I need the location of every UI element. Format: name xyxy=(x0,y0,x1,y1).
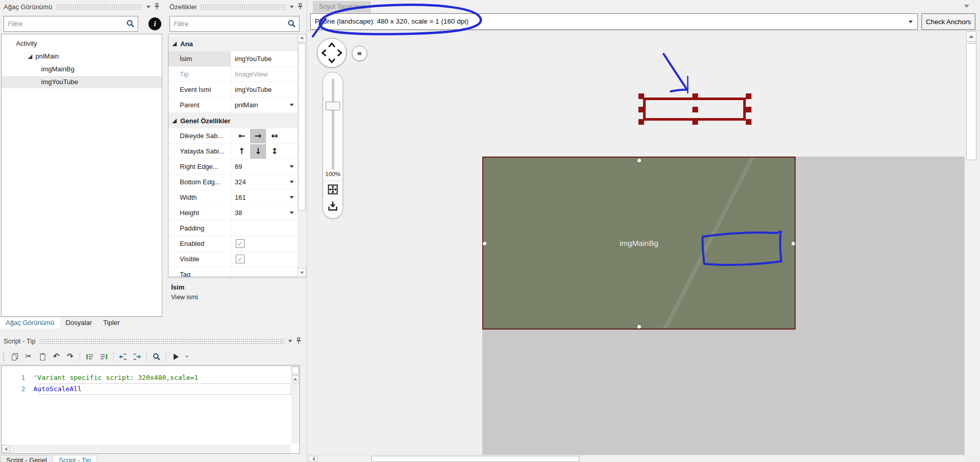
comment-button[interactable] xyxy=(83,350,96,363)
tab-script-tip[interactable]: Script - Tip xyxy=(53,455,97,462)
resize-handle-ne[interactable] xyxy=(746,93,751,99)
tab-soyut-tasarimci[interactable]: Soyut Tasarımcı xyxy=(313,1,371,13)
edge-handle-left[interactable] xyxy=(483,242,486,245)
undo-button[interactable]: ↶ xyxy=(50,350,63,363)
tab-dosyalar[interactable]: Dosyalar xyxy=(60,317,98,329)
dropdown-icon[interactable] xyxy=(290,181,294,185)
script-code-editor[interactable]: 1 'Variant specific script: 320x480,scal… xyxy=(1,365,300,454)
property-row-event-ismi: Event İsmi imgYouTube xyxy=(168,82,297,98)
paste-button[interactable] xyxy=(36,350,49,363)
height-value[interactable]: 38 xyxy=(231,205,297,220)
dropdown-icon[interactable] xyxy=(290,196,294,201)
resize-handle-nw[interactable] xyxy=(638,93,644,99)
panel-menu-icon[interactable] xyxy=(288,340,292,344)
collapse-panel-button[interactable]: « xyxy=(352,46,367,61)
info-icon[interactable]: i xyxy=(148,17,161,30)
anchor-left-option[interactable]: ← xyxy=(234,129,250,143)
zoom-slider-track[interactable] xyxy=(332,79,334,170)
zoom-slider-handle[interactable] xyxy=(326,102,340,110)
anchor-both-v-option[interactable]: ↕ xyxy=(267,144,282,159)
panel-menu-icon[interactable] xyxy=(146,6,150,10)
dropdown-icon[interactable] xyxy=(909,21,913,25)
editor-hscrollbar[interactable] xyxy=(2,445,291,453)
redo-button[interactable]: ↷ xyxy=(64,350,77,363)
tree-item-pnlmain[interactable]: pnlMain xyxy=(2,50,162,63)
scroll-left-button[interactable] xyxy=(2,445,10,453)
editor-vscrollbar[interactable] xyxy=(291,366,299,444)
visible-checkbox[interactable]: ✓ xyxy=(236,255,244,263)
anchor-top-option[interactable]: ↑ xyxy=(234,144,250,159)
edge-handle-top[interactable] xyxy=(637,159,641,162)
tree-item-activity[interactable]: Activity xyxy=(2,37,162,50)
toolbar-overflow-button[interactable] xyxy=(183,350,191,363)
pin-icon[interactable] xyxy=(154,3,160,10)
tab-script-genel[interactable]: Script - Genel xyxy=(0,455,53,462)
scrollbar-thumb[interactable] xyxy=(298,43,306,210)
uncomment-button[interactable] xyxy=(97,350,110,363)
layout-tree[interactable]: Activity pnlMain imgMainBg imgYouTube xyxy=(1,34,162,317)
edge-handle-right[interactable] xyxy=(791,242,795,245)
resize-handle-se[interactable] xyxy=(746,119,751,125)
resize-handle-n[interactable] xyxy=(692,93,698,99)
imgmainbg-view[interactable]: imgMainBg xyxy=(482,157,796,330)
padding-value[interactable] xyxy=(231,221,297,236)
variant-selector[interactable]: Phone (landscape): 480 x 320, scale = 1 … xyxy=(310,13,918,30)
properties-filter-input[interactable] xyxy=(169,16,299,32)
dropdown-icon[interactable] xyxy=(290,165,294,170)
right-edge-value[interactable]: 69 xyxy=(231,159,297,174)
scroll-up-button[interactable] xyxy=(292,375,299,383)
width-value[interactable]: 161 xyxy=(231,190,297,205)
section-ana[interactable]: Ana xyxy=(168,36,297,51)
copy-button[interactable] xyxy=(8,350,21,363)
resize-handle-center[interactable] xyxy=(692,107,698,112)
tab-list-chevron-icon[interactable] xyxy=(964,5,969,10)
cut-button[interactable]: ✂ xyxy=(22,350,35,363)
designer-canvas[interactable]: imgMainBg « 100% xyxy=(307,31,980,462)
tag-value[interactable] xyxy=(231,267,297,277)
scrollbar-thumb[interactable] xyxy=(371,456,579,462)
outdent-button[interactable] xyxy=(117,350,129,363)
edge-handle-bottom[interactable] xyxy=(637,325,641,329)
parent-value[interactable]: pnlMain xyxy=(231,98,297,112)
tab-agac-gorunumu[interactable]: Ağaç Görünümü xyxy=(0,317,60,329)
indent-button[interactable] xyxy=(130,350,143,363)
section-genel-ozellikler[interactable]: Genel Özellikler xyxy=(168,113,297,128)
search-button[interactable] xyxy=(150,350,163,363)
scrollbar-thumb[interactable] xyxy=(292,367,299,374)
resize-handle-sw[interactable] xyxy=(638,119,644,125)
scroll-down-button[interactable] xyxy=(297,268,306,277)
pin-icon[interactable] xyxy=(297,3,303,10)
enabled-checkbox[interactable]: ✓ xyxy=(236,239,244,248)
designer-vscrollbar[interactable] xyxy=(966,31,977,455)
tab-tipler[interactable]: Tipler xyxy=(98,317,125,329)
designer-hscrollbar[interactable] xyxy=(307,455,966,462)
scrollbar-thumb[interactable] xyxy=(966,43,976,160)
pan-control[interactable] xyxy=(317,38,347,68)
panel-menu-icon[interactable] xyxy=(290,6,294,10)
anchor-both-h-option[interactable]: ↔ xyxy=(267,129,282,143)
anchor-bottom-option-selected[interactable]: ↓ xyxy=(250,144,266,159)
fit-to-screen-button[interactable] xyxy=(327,183,339,196)
pin-icon[interactable] xyxy=(296,337,301,344)
properties-scrollbar[interactable] xyxy=(297,34,306,277)
dropdown-icon[interactable] xyxy=(290,211,294,216)
tree-filter-input[interactable] xyxy=(4,16,138,32)
tree-item-imgyoutube-selected[interactable]: imgYouTube xyxy=(2,76,162,88)
resize-handle-e[interactable] xyxy=(746,107,751,112)
resize-handle-w[interactable] xyxy=(638,107,644,112)
event-ismi-value[interactable]: imgYouTube xyxy=(231,82,297,97)
run-script-button[interactable] xyxy=(169,350,182,363)
variant-selector-value: Phone (landscape): 480 x 320, scale = 1 … xyxy=(315,17,468,25)
tree-item-imgmainbg[interactable]: imgMainBg xyxy=(2,63,162,75)
toolbar-drag-handle[interactable] xyxy=(3,351,5,362)
isim-value[interactable]: imgYouTube xyxy=(231,51,297,66)
import-layout-button[interactable] xyxy=(327,200,339,212)
scroll-left-button[interactable] xyxy=(309,456,318,461)
anchor-right-option-selected[interactable]: → xyxy=(250,129,266,143)
check-anchors-button[interactable]: Check Anchors xyxy=(921,13,975,30)
bottom-edge-value[interactable]: 324 xyxy=(231,175,297,189)
dropdown-icon[interactable] xyxy=(290,104,294,108)
scroll-up-button[interactable] xyxy=(297,34,306,42)
scroll-up-button[interactable] xyxy=(966,31,976,42)
resize-handle-s[interactable] xyxy=(692,119,698,125)
